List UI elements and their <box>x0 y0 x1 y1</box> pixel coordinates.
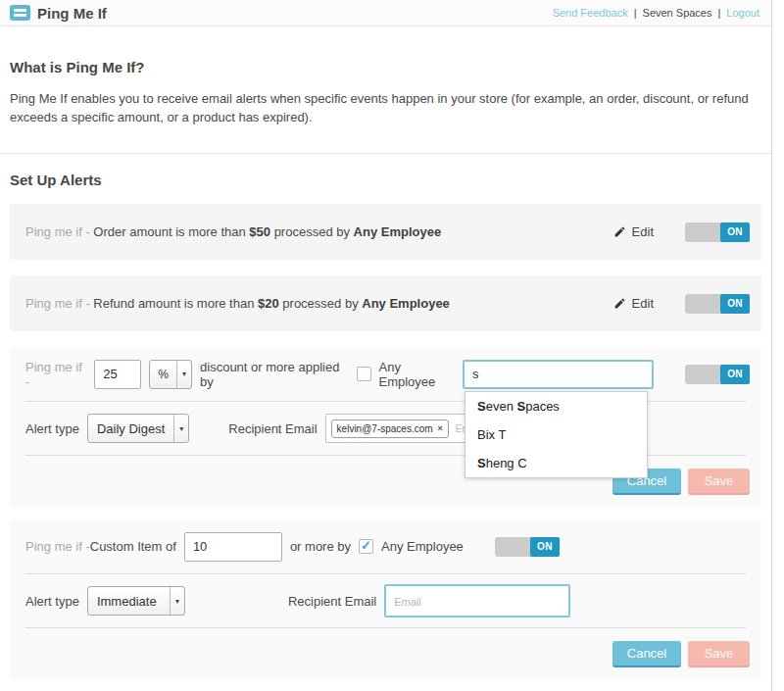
alert-toggle[interactable]: ON <box>685 222 750 242</box>
any-employee-label: Any Employee <box>381 539 464 554</box>
alert-toggle[interactable]: ON <box>685 294 750 314</box>
recipient-email-label: Recipient Email <box>288 594 376 609</box>
employee-filter-wrap: Seven SpacesBix TSheng C <box>463 360 654 389</box>
autocomplete-dropdown: Seven SpacesBix TSheng C <box>465 391 648 478</box>
employee-filter-input[interactable] <box>463 360 654 389</box>
intro-title: What is Ping Me If? <box>10 59 761 75</box>
alert-type-select[interactable]: Daily Digest ▾ <box>87 414 189 443</box>
alert-type-label: Alert type <box>25 594 79 609</box>
app-window: Ping Me If Send Feedback | Seven Spaces … <box>0 0 772 691</box>
alert-toggle[interactable]: ON <box>495 537 560 557</box>
alert-panel-discount: Ping me if - % ▾ discount or more applie… <box>10 347 761 507</box>
intro-section: What is Ping Me If? Ping Me If enables y… <box>0 26 771 126</box>
pencil-icon <box>613 225 626 238</box>
autocomplete-item[interactable]: Sheng C <box>466 449 647 477</box>
discount-value-input[interactable] <box>94 360 141 389</box>
ping-me-if-prefix: Ping me if - <box>25 539 90 554</box>
custom-settings-row: Alert type Immediate ▾ Recipient Email <box>10 574 761 627</box>
ping-me-if-prefix: Ping me if - <box>25 360 86 389</box>
nav-separator: | <box>634 7 637 19</box>
custom-item-label: Custom Item of <box>90 539 176 554</box>
discount-settings-row: Alert type Daily Digest ▾ Recipient Emai… <box>10 402 761 455</box>
alert-type-select[interactable]: Immediate ▾ <box>87 586 185 616</box>
chat-bubble-icon <box>10 5 30 21</box>
alert-panel-custom-item: Ping me if - Custom Item of or more by ✓… <box>10 519 761 679</box>
edit-button[interactable]: Edit <box>613 224 654 239</box>
alert-sentence: Ping me if - Refund amount is more than … <box>25 296 450 311</box>
brand: Ping Me If <box>10 5 107 22</box>
alert-toggle[interactable]: ON <box>685 365 750 384</box>
alerts-section-title: Set Up Alerts <box>10 172 761 188</box>
custom-item-value-input[interactable] <box>184 532 282 562</box>
discount-actions-row: Cancel Save <box>10 456 761 507</box>
check-icon: ✓ <box>361 538 371 553</box>
toggle-on-label: ON <box>720 365 750 384</box>
discount-condition-row: Ping me if - % ▾ discount or more applie… <box>10 347 761 401</box>
custom-text: or more by <box>290 539 351 554</box>
discount-text: discount or more applied by <box>200 360 348 389</box>
recipient-email-input[interactable] <box>384 584 570 617</box>
chevron-down-icon: ▾ <box>176 361 191 388</box>
chevron-down-icon: ▾ <box>173 415 188 442</box>
toggle-on-label: ON <box>720 294 750 314</box>
nav-separator: | <box>717 7 720 19</box>
section-divider <box>0 153 771 154</box>
send-feedback-link[interactable]: Send Feedback <box>553 7 628 19</box>
app-title: Ping Me If <box>37 5 107 22</box>
any-employee-checkbox[interactable]: ✓ <box>359 539 373 554</box>
alert-type-label: Alert type <box>25 421 79 436</box>
cancel-button[interactable]: Cancel <box>612 641 681 667</box>
toggle-on-label: ON <box>530 537 560 557</box>
custom-actions-row: Cancel Save <box>10 628 761 679</box>
autocomplete-item[interactable]: Seven Spaces <box>466 392 647 420</box>
logout-link[interactable]: Logout <box>726 7 760 19</box>
autocomplete-item[interactable]: Bix T <box>466 420 647 449</box>
edit-button[interactable]: Edit <box>613 296 654 311</box>
save-button[interactable]: Save <box>688 469 750 495</box>
alert-sentence: Ping me if - Order amount is more than $… <box>25 224 441 239</box>
save-button[interactable]: Save <box>688 641 750 667</box>
custom-condition-row: Ping me if - Custom Item of or more by ✓… <box>10 519 761 573</box>
alert-row-order: Ping me if - Order amount is more than $… <box>10 204 761 260</box>
remove-chip-icon[interactable]: × <box>438 423 443 433</box>
app-header: Ping Me If Send Feedback | Seven Spaces … <box>0 0 771 26</box>
toggle-on-label: ON <box>720 222 750 242</box>
email-chip: kelvin@7-spaces.com × <box>331 420 449 438</box>
intro-description: Ping Me If enables you to receive email … <box>10 89 749 126</box>
account-name: Seven Spaces <box>643 7 712 19</box>
alert-row-refund: Ping me if - Refund amount is more than … <box>10 275 761 331</box>
pencil-icon <box>613 297 626 310</box>
discount-unit-select[interactable]: % ▾ <box>149 360 192 389</box>
any-employee-checkbox[interactable]: ✓ <box>357 367 371 381</box>
chevron-down-icon: ▾ <box>170 587 184 615</box>
header-nav: Send Feedback | Seven Spaces | Logout <box>553 7 760 19</box>
recipient-email-label: Recipient Email <box>228 421 317 436</box>
any-employee-label: Any Employee <box>379 360 458 389</box>
